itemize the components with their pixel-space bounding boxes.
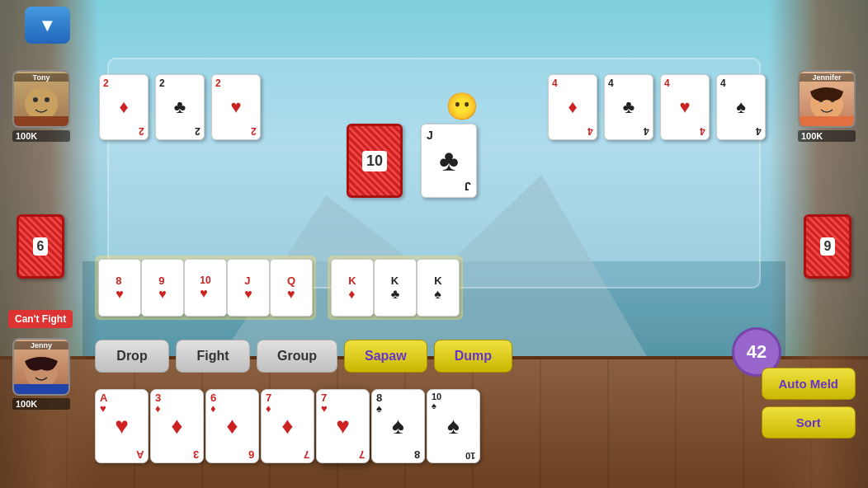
hand-card-10[interactable]: 10♠ ♠ 10 xyxy=(427,389,480,463)
set-card-K2: K♣ xyxy=(374,259,417,317)
hand-card-6-bot: 6 xyxy=(248,449,254,460)
svg-rect-3 xyxy=(14,116,68,128)
svg-point-2 xyxy=(45,97,50,102)
svg-rect-7 xyxy=(800,116,854,128)
top-arrow-button[interactable] xyxy=(25,7,70,44)
hand-card-7d[interactable]: 7♦ ♦ 7 xyxy=(261,389,314,463)
tony-avatar: Tony xyxy=(12,70,70,128)
hand-card-3-bot: 3 xyxy=(193,449,199,460)
active-card-value-bot: J xyxy=(465,180,471,193)
right-card-stack[interactable]: 9 xyxy=(804,214,851,279)
hand-card-7d-suit: ♦ xyxy=(281,413,293,439)
hand-card-6[interactable]: 6♦ ♦ 6 xyxy=(205,389,259,463)
hand-card-7h[interactable]: 7♥ ♥ 7 xyxy=(316,389,370,463)
set-meld: K♦ K♣ K♠ xyxy=(328,256,463,320)
active-card-suit: ♣ xyxy=(439,143,459,178)
jennifer-player-box: Jennifer 100K xyxy=(798,70,856,142)
jennifer-card-3: 4 ♥ 4 xyxy=(660,74,710,140)
hand-card-8[interactable]: 8♠ ♠ 8 xyxy=(371,389,425,463)
right-stack-count: 9 xyxy=(820,237,836,256)
right-stack-card: 9 xyxy=(804,214,851,279)
hand-card-6-suit: ♦ xyxy=(226,413,238,439)
right-buttons: Auto Meld Sort xyxy=(762,368,856,439)
jennifer-card-2: 4 ♣ 4 xyxy=(604,74,653,140)
jennifer-cards: 4 ♦ 4 4 ♣ 4 4 ♥ 4 4 ♠ 4 xyxy=(548,74,769,140)
jennifer-money: 100K xyxy=(798,130,856,142)
left-stack-card: 6 xyxy=(17,214,64,279)
jenny-name-label: Jenny xyxy=(14,341,68,350)
jennifer-face xyxy=(800,83,854,128)
tony-player-box: Tony 100K xyxy=(12,70,70,142)
hand-card-3-suit: ♦ xyxy=(171,413,182,439)
tony-card-1: 2 ♦ 2 xyxy=(99,74,149,140)
dump-button[interactable]: Dump xyxy=(434,340,512,373)
jenny-money: 100K xyxy=(12,398,70,410)
center-draw-card[interactable]: 10 xyxy=(347,124,403,198)
seq-card-J: J♥ xyxy=(227,259,270,317)
hand-card-10-top: 10♠ xyxy=(432,392,441,411)
seq-card-Q: Q♥ xyxy=(270,259,313,317)
hand-card-8-suit: ♠ xyxy=(392,413,404,439)
hand-card-10-bot: 10 xyxy=(465,451,475,460)
sort-button[interactable]: Sort xyxy=(762,406,856,439)
svg-rect-11 xyxy=(14,384,68,396)
sequence-meld: 8♥ 9♥ 10♥ J♥ Q♥ xyxy=(95,256,316,320)
hand-card-8-bot: 8 xyxy=(414,449,420,460)
meld-area: 8♥ 9♥ 10♥ J♥ Q♥ K♦ K♣ K♠ xyxy=(95,256,463,320)
seq-card-10: 10♥ xyxy=(184,259,227,317)
jennifer-card-1: 4 ♦ 4 xyxy=(548,74,597,140)
draw-pile: 10 xyxy=(347,124,403,198)
action-buttons: Drop Fight Group Sapaw Dump xyxy=(95,340,512,373)
tony-face xyxy=(14,83,68,128)
svg-point-1 xyxy=(33,97,38,102)
hand-card-A[interactable]: A♥ ♥ A xyxy=(95,389,149,463)
group-button[interactable]: Group xyxy=(257,340,337,373)
hand-card-7h-bot: 7 xyxy=(359,449,365,460)
tony-card-3: 2 ♥ 2 xyxy=(211,74,261,140)
active-card-value: J xyxy=(427,129,433,142)
draw-pile-label: 10 xyxy=(362,151,387,171)
left-stack-count: 6 xyxy=(33,237,49,256)
counter-value: 42 xyxy=(747,341,767,363)
hand-card-A-top: A♥ xyxy=(100,392,107,414)
tony-name-label: Tony xyxy=(14,73,68,82)
tony-money: 100K xyxy=(12,130,70,142)
seq-card-9: 9♥ xyxy=(141,259,184,317)
jenny-avatar: Jenny xyxy=(12,338,70,396)
set-card-K1: K♦ xyxy=(331,259,374,317)
left-card-stack[interactable]: 6 xyxy=(17,214,64,279)
hand-card-3-top: 3♦ xyxy=(155,392,161,414)
fight-button[interactable]: Fight xyxy=(176,340,250,373)
hand-card-A-bot: A xyxy=(136,449,144,460)
jenny-player-box: Jenny 100K xyxy=(12,338,70,410)
sapaw-button[interactable]: Sapaw xyxy=(344,340,427,373)
cant-fight-badge: Can't Fight xyxy=(8,310,73,328)
tony-cards: 2 ♦ 2 2 ♣ 2 2 ♥ 2 xyxy=(99,74,264,140)
active-card: J ♣ J xyxy=(421,124,477,198)
svg-point-0 xyxy=(25,87,58,120)
jennifer-avatar: Jennifer xyxy=(798,70,856,128)
hand-card-10-suit: ♠ xyxy=(447,413,460,439)
jennifer-name-label: Jennifer xyxy=(800,73,854,82)
seq-card-8: 8♥ xyxy=(98,259,141,317)
drop-button[interactable]: Drop xyxy=(95,340,169,373)
hand-card-6-top: 6♦ xyxy=(210,392,216,414)
tony-card-2: 2 ♣ 2 xyxy=(155,74,205,140)
thinking-emoji: 😶 xyxy=(446,91,479,122)
hand-card-8-top: 8♠ xyxy=(376,392,382,414)
hand-card-A-suit: ♥ xyxy=(115,413,129,439)
hand-card-7d-top: 7♦ xyxy=(266,392,271,414)
hand-card-7h-suit: ♥ xyxy=(336,413,350,439)
hand-card-7h-top: 7♥ xyxy=(321,392,328,414)
jenny-face xyxy=(14,351,68,396)
jennifer-card-4: 4 ♠ 4 xyxy=(716,74,766,140)
hand-card-3[interactable]: 3♦ ♦ 3 xyxy=(150,389,204,463)
set-card-K3: K♠ xyxy=(417,259,460,317)
auto-meld-button[interactable]: Auto Meld xyxy=(762,368,856,400)
center-active-card[interactable]: J ♣ J xyxy=(421,124,477,198)
player-hand: A♥ ♥ A 3♦ ♦ 3 6♦ ♦ 6 7♦ ♦ 7 7♥ ♥ 7 8♠ ♠ … xyxy=(95,389,482,480)
hand-card-7d-bot: 7 xyxy=(304,449,309,460)
